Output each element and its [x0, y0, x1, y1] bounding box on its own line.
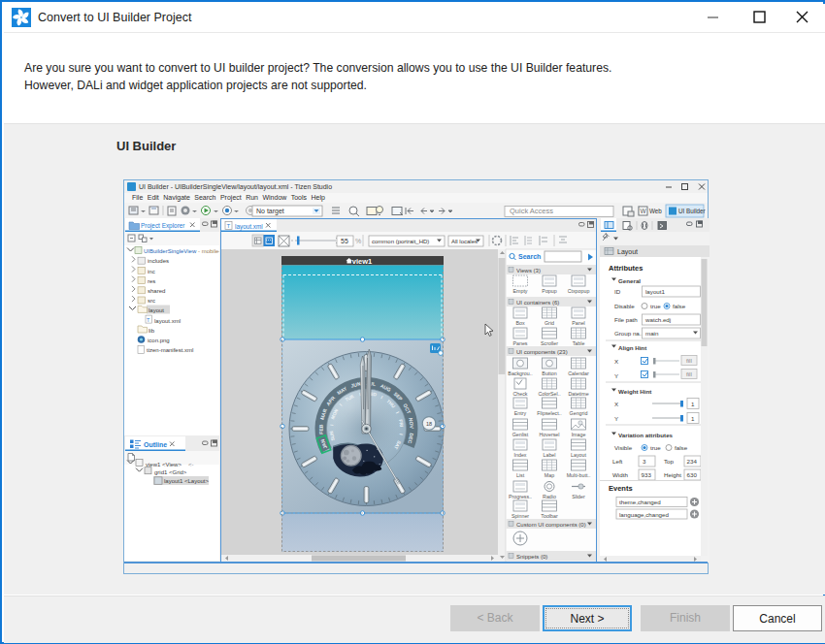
svg-text:Width: Width	[612, 471, 628, 478]
svg-text:3: 3	[643, 458, 646, 465]
svg-text:Datetime: Datetime	[568, 391, 588, 397]
svg-text:Snippets (0): Snippets (0)	[516, 554, 547, 560]
svg-text:icon.png: icon.png	[148, 338, 170, 343]
svg-text:All locales: All locales	[451, 239, 478, 244]
svg-text:- mobile-4.0: - mobile-4.0	[198, 248, 219, 254]
svg-text:Spinner: Spinner	[512, 513, 529, 519]
svg-text:true: true	[650, 303, 661, 309]
svg-text:Progress..: Progress..	[509, 494, 532, 499]
svg-text:234: 234	[687, 458, 698, 465]
svg-text:Visible: Visible	[614, 444, 633, 451]
svg-text:Custom UI components (0): Custom UI components (0)	[516, 522, 586, 528]
svg-text:Calendar: Calendar	[568, 370, 589, 376]
svg-text:Align Hint: Align Hint	[618, 344, 646, 351]
svg-text:1: 1	[691, 401, 695, 407]
svg-text:UI containers (6): UI containers (6)	[516, 300, 559, 306]
svg-text:Flipselect..: Flipselect..	[537, 410, 561, 416]
svg-text:Panel: Panel	[572, 320, 585, 326]
svg-text:Scroller: Scroller	[541, 340, 558, 346]
svg-text:Search: Search	[518, 253, 541, 260]
svg-text:Table: Table	[573, 340, 585, 346]
svg-text:File path: File path	[614, 316, 638, 323]
svg-text:Toolbar: Toolbar	[541, 513, 558, 519]
svg-text:Map: Map	[544, 472, 554, 478]
svg-text:src: src	[148, 298, 155, 304]
svg-text:view1: view1	[352, 257, 372, 266]
svg-text:layout.xml: layout.xml	[154, 318, 181, 324]
svg-text:No target: No target	[256, 208, 284, 215]
svg-text:Entry: Entry	[514, 410, 527, 416]
svg-text:Events: Events	[609, 484, 633, 493]
svg-text:layout.xml: layout.xml	[235, 223, 263, 231]
svg-text:Multi-butt..: Multi-butt..	[567, 472, 591, 478]
svg-text:18: 18	[426, 421, 432, 427]
svg-text:Layout: Layout	[617, 248, 638, 256]
svg-text:layout1 <Layout>: layout1 <Layout>	[164, 478, 210, 484]
svg-text:fill: fill	[686, 357, 692, 364]
svg-text:Outline: Outline	[144, 441, 167, 448]
svg-text:lib: lib	[148, 328, 155, 334]
svg-text:Project Explorer: Project Explorer	[141, 222, 185, 230]
svg-text:Genlist: Genlist	[512, 432, 529, 437]
svg-text:layout: layout	[148, 307, 164, 313]
svg-text:FEB: FEB	[318, 424, 324, 435]
svg-text:Gengrid: Gengrid	[570, 410, 588, 416]
svg-text:List: List	[516, 472, 525, 478]
svg-text:ID: ID	[614, 288, 621, 295]
svg-text:Empty: Empty	[512, 288, 527, 294]
svg-text:Attributes: Attributes	[609, 264, 643, 273]
svg-text:Weight Hint: Weight Hint	[618, 388, 651, 395]
svg-text:T: T	[227, 223, 231, 229]
svg-text:<-: <-	[188, 462, 194, 467]
svg-text:Hoversel: Hoversel	[540, 432, 560, 437]
svg-text:Panes: Panes	[512, 340, 527, 346]
svg-text:Label: Label	[544, 452, 556, 458]
svg-text:Box: Box	[515, 320, 524, 326]
svg-text:view1 <View>: view1 <View>	[146, 462, 182, 467]
svg-text:Left: Left	[612, 458, 623, 465]
svg-text:UI components (23): UI components (23)	[516, 349, 568, 355]
svg-text:layout1: layout1	[645, 288, 666, 295]
svg-text:ColorSel..: ColorSel..	[538, 391, 560, 397]
svg-text:Radio: Radio	[543, 494, 556, 499]
svg-text:Web: Web	[649, 208, 662, 214]
svg-text:Index: Index	[514, 452, 527, 458]
svg-text:watch.edj: watch.edj	[644, 316, 671, 323]
svg-text:Layout: Layout	[571, 452, 586, 458]
svg-text:false: false	[675, 444, 688, 451]
svg-text:Image: Image	[572, 432, 586, 437]
svg-text:W: W	[641, 208, 647, 214]
svg-text:shared: shared	[148, 288, 165, 294]
svg-text:common (portrait_HD): common (portrait_HD)	[372, 239, 429, 244]
svg-text:X: X	[614, 358, 618, 365]
svg-text:Variation attributes: Variation attributes	[618, 432, 674, 438]
svg-text:Y: Y	[614, 415, 618, 422]
svg-text:theme,changed: theme,changed	[619, 499, 661, 505]
svg-text:General: General	[618, 277, 641, 284]
svg-text:true: true	[650, 444, 661, 451]
svg-text:fill: fill	[686, 370, 692, 377]
svg-text:Views (3): Views (3)	[516, 268, 541, 274]
svg-text:Top: Top	[664, 458, 675, 465]
svg-text:language,changed: language,changed	[619, 511, 669, 518]
svg-text:grid1 <Grid>: grid1 <Grid>	[154, 469, 187, 475]
svg-text:Popup: Popup	[542, 288, 556, 294]
svg-text:Backgrou..: Backgrou..	[508, 370, 532, 376]
svg-text:includes: includes	[148, 258, 169, 264]
svg-text:933: 933	[642, 471, 652, 478]
svg-text:1: 1	[691, 415, 695, 422]
svg-text:Height: Height	[664, 471, 681, 478]
svg-text:Grid: Grid	[544, 320, 554, 326]
svg-text:Check: Check	[512, 391, 527, 397]
svg-text:%: %	[355, 238, 361, 244]
svg-text:Ctxpopup: Ctxpopup	[568, 288, 590, 294]
svg-text:UI Builder: UI Builder	[678, 208, 706, 214]
svg-text:630: 630	[687, 471, 698, 478]
svg-text:res: res	[148, 278, 155, 284]
svg-text:55: 55	[341, 238, 348, 244]
svg-text:UIBuilderSingleView: UIBuilderSingleView	[144, 248, 197, 254]
svg-text:X: X	[614, 401, 618, 407]
svg-text:tizen-manifest.xml: tizen-manifest.xml	[147, 347, 193, 353]
svg-text:Button: Button	[542, 370, 556, 376]
svg-text:Y: Y	[614, 372, 618, 379]
